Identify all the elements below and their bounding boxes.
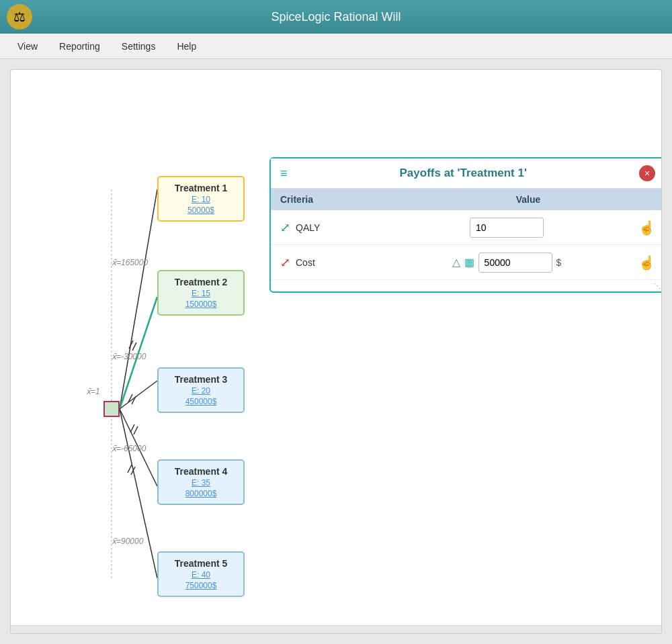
x-label-t4: x̄=90000	[112, 537, 143, 546]
qaly-action-icon[interactable]: ☝	[638, 220, 655, 236]
treatment-4-value1: E: 35	[165, 478, 237, 488]
resize-icon: ⋱	[654, 282, 661, 289]
panel-table-header: Criteria Value	[271, 189, 662, 210]
app-logo: ⚖	[7, 4, 32, 30]
svg-line-8	[132, 396, 136, 404]
menu-help[interactable]: Help	[166, 37, 207, 56]
x-label-t1: x̄=165000	[112, 258, 148, 267]
qaly-label: QALY	[296, 222, 383, 233]
x1-label: x̄=1	[86, 387, 100, 396]
main-content: x̄=1 x̄=165000 x̄=-30000 x̄=-65000 x̄=90…	[10, 69, 662, 634]
treatment-3-title: Treatment 3	[165, 374, 237, 385]
treatment-5-value1: E: 40	[165, 570, 237, 580]
treatment-1-title: Treatment 1	[165, 183, 237, 193]
treatment-node-4[interactable]: Treatment 4 E: 35 800000$	[157, 459, 245, 505]
panel-title: Payoffs at 'Treatment 1'	[294, 167, 632, 180]
svg-line-0	[120, 189, 157, 409]
qaly-expand-icon[interactable]: ⤢	[280, 220, 290, 235]
treatment-3-value2: 450000$	[165, 397, 237, 406]
treatment-5-title: Treatment 5	[165, 558, 237, 569]
panel-header: ≡ Payoffs at 'Treatment 1' ×	[271, 158, 662, 189]
treatment-3-value1: E: 20	[165, 386, 237, 396]
qaly-value-input[interactable]	[470, 218, 544, 238]
treatment-1-value1: E: 10	[165, 195, 237, 204]
cost-action-icon[interactable]: ☝	[638, 255, 655, 271]
value-column-header: Value	[401, 194, 655, 205]
criteria-column-header: Criteria	[280, 194, 401, 205]
currency-symbol: $	[556, 257, 562, 268]
panel-resize-handle[interactable]: ⋱	[271, 280, 662, 291]
horizontal-scrollbar[interactable]	[11, 625, 661, 633]
cost-value-area: △ ▦ $	[383, 252, 630, 273]
payoffs-panel: ≡ Payoffs at 'Treatment 1' × Criteria Va…	[269, 157, 662, 293]
menu-settings[interactable]: Settings	[111, 37, 167, 56]
svg-line-10	[134, 426, 138, 434]
treatment-5-value2: 750000$	[165, 581, 237, 590]
svg-line-6	[132, 342, 136, 351]
qaly-value-area	[383, 218, 630, 238]
svg-line-11	[128, 465, 132, 473]
close-icon: ×	[644, 168, 650, 179]
treatment-node-5[interactable]: Treatment 5 E: 40 750000$	[157, 551, 245, 597]
tree-canvas	[11, 70, 661, 633]
treatment-4-title: Treatment 4	[165, 466, 237, 477]
cost-row: ⤢ Cost △ ▦ $ ☝	[271, 245, 662, 280]
distribution-icon[interactable]: △	[452, 256, 460, 269]
treatment-node-3[interactable]: Treatment 3 E: 20 450000$	[157, 367, 245, 413]
logo-icon: ⚖	[13, 9, 26, 25]
cost-value-input[interactable]	[478, 252, 552, 273]
treatment-node-1[interactable]: Treatment 1 E: 10 50000$	[157, 176, 245, 222]
treatment-1-value2: 50000$	[165, 205, 237, 215]
svg-line-2	[120, 381, 157, 409]
qaly-row: ⤢ QALY ☝	[271, 210, 662, 245]
treatment-2-title: Treatment 2	[165, 277, 237, 287]
title-bar: ⚖ SpiceLogic Rational Will	[0, 0, 672, 34]
treatment-2-value2: 150000$	[165, 300, 237, 309]
x-label-t2: x̄=-30000	[112, 352, 146, 361]
x-label-t3: x̄=-65000	[112, 444, 146, 453]
app-title: SpiceLogic Rational Will	[271, 10, 401, 24]
treatment-node-2[interactable]: Treatment 2 E: 15 150000$	[157, 270, 245, 316]
decision-node[interactable]	[103, 401, 120, 417]
menubar: View Reporting Settings Help	[0, 34, 672, 59]
menu-view[interactable]: View	[7, 37, 48, 56]
cost-label: Cost	[296, 257, 383, 268]
svg-line-9	[130, 424, 134, 432]
treatment-2-value1: E: 15	[165, 289, 237, 298]
panel-menu-icon: ≡	[280, 167, 288, 181]
panel-close-button[interactable]: ×	[639, 165, 655, 181]
svg-line-4	[120, 409, 157, 578]
treatment-4-value2: 800000$	[165, 489, 237, 498]
table-icon[interactable]: ▦	[464, 256, 474, 269]
cost-expand-icon[interactable]: ⤢	[280, 255, 290, 270]
menu-reporting[interactable]: Reporting	[48, 37, 111, 56]
